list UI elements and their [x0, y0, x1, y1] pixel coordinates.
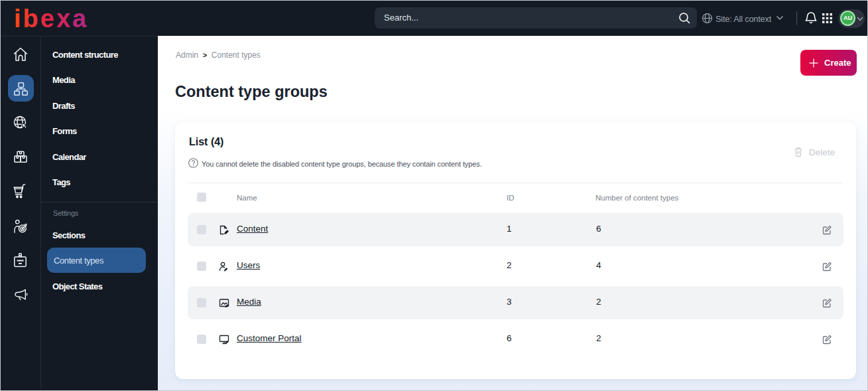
svg-text:ibexa: ibexa [14, 5, 88, 31]
